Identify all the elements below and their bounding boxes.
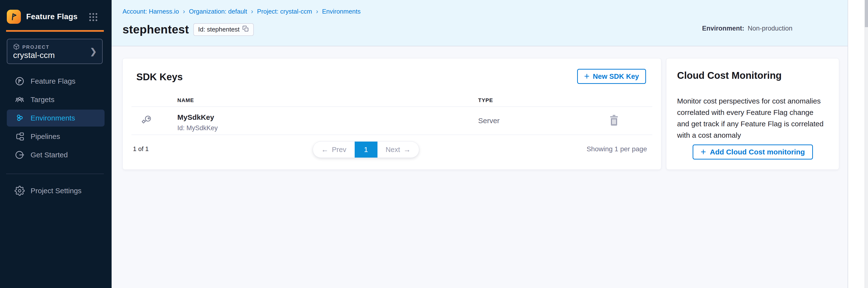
page-title: stephentest (123, 23, 189, 36)
scrollbar-track[interactable] (865, 0, 868, 288)
pagination-pill: ← Prev 1 Next → (313, 141, 419, 158)
sidebar-item-get-started[interactable]: Get Started (7, 147, 104, 163)
sidebar-item-label: Get Started (31, 151, 68, 159)
chevron-right-icon: › (251, 8, 253, 15)
pagination-per-page: Showing 1 per page (587, 145, 647, 153)
sidebar-item-label: Environments (31, 114, 75, 122)
people-icon (14, 95, 25, 105)
breadcrumb-organization[interactable]: Organization: default (189, 8, 247, 15)
hexagons-icon (14, 113, 25, 123)
sidebar-item-pipelines[interactable]: Pipelines (7, 128, 104, 145)
sdk-key-type: Server (478, 117, 499, 125)
project-selector[interactable]: PROJECT crystal-ccm ❯ (7, 39, 103, 64)
app-switcher-grid-icon[interactable] (89, 13, 97, 21)
sidebar-item-label: Targets (31, 96, 54, 104)
sdk-key-name: MySdkKey (177, 113, 214, 122)
breadcrumb: Account: Harness.io › Organization: defa… (123, 8, 361, 15)
environment-type-label: Environment: (702, 25, 744, 32)
sidebar-item-project-settings[interactable]: Project Settings (7, 182, 104, 199)
chevron-right-icon: › (316, 8, 318, 15)
add-cloud-cost-label: Add Cloud Cost monitoring (710, 148, 805, 156)
cube-icon (13, 43, 20, 51)
sidebar-item-label: Pipelines (31, 132, 60, 140)
new-sdk-key-label: New SDK Key (593, 72, 639, 81)
add-cloud-cost-monitoring-button[interactable]: + Add Cloud Cost monitoring (692, 145, 813, 160)
column-header-name: NAME (177, 97, 194, 103)
pagination-next-button[interactable]: Next → (377, 141, 419, 158)
environment-type-value: Non-production (748, 25, 793, 32)
page-header: Account: Harness.io › Organization: defa… (112, 0, 848, 46)
row-divider (131, 106, 652, 107)
sidebar-item-targets[interactable]: Targets (7, 91, 104, 108)
breadcrumb-environments[interactable]: Environments (322, 8, 361, 15)
column-header-type: TYPE (478, 97, 493, 103)
sidebar-item-label: Project Settings (31, 187, 82, 195)
row-divider (131, 134, 652, 135)
chevron-right-icon: › (183, 8, 185, 15)
sidebar-item-feature-flags[interactable]: Feature Flags (7, 73, 104, 90)
feature-flags-logo-icon (7, 10, 21, 24)
delete-sdk-key-button[interactable] (609, 114, 620, 126)
environment-id-chip[interactable]: Id: stephentest (193, 23, 254, 36)
right-rail (848, 0, 868, 288)
plus-icon: + (701, 147, 706, 156)
sdk-key-id: Id: MySdkKey (177, 124, 218, 132)
cloud-cost-description: Monitor cost perspectives for cost anoma… (677, 95, 826, 141)
project-selector-value: crystal-ccm (13, 51, 55, 60)
copy-icon[interactable] (242, 26, 249, 34)
environment-id-text: Id: stephentest (198, 26, 240, 33)
sidebar-item-environments[interactable]: Environments (7, 109, 104, 127)
pagination-prev-button[interactable]: ← Prev (313, 141, 355, 158)
app-window: Feature Flags PROJECT crystal-ccm ❯ (0, 0, 868, 288)
get-started-icon (14, 150, 25, 160)
pagination-prev-label: Prev (332, 146, 346, 154)
project-selector-label: PROJECT (22, 44, 50, 50)
module-accent-divider (6, 30, 104, 32)
sdk-keys-card: SDK Keys + New SDK Key NAME TYPE (123, 58, 661, 170)
arrow-left-icon: ← (321, 146, 329, 154)
flag-circle-icon (14, 76, 25, 86)
new-sdk-key-button[interactable]: + New SDK Key (577, 69, 646, 84)
chevron-right-icon: ❯ (90, 46, 97, 56)
key-icon (141, 115, 152, 126)
scrollbar-thumb[interactable] (865, 0, 868, 27)
pipelines-icon (14, 131, 25, 141)
pagination-page-1-button[interactable]: 1 (355, 141, 377, 158)
cloud-cost-monitoring-card: Cloud Cost Monitoring Monitor cost persp… (666, 58, 839, 170)
breadcrumb-project[interactable]: Project: crystal-ccm (257, 8, 312, 15)
sdk-keys-title: SDK Keys (136, 71, 183, 83)
pagination-summary: 1 of 1 (133, 145, 149, 153)
environment-type: Environment: Non-production (702, 25, 793, 32)
pagination-next-label: Next (385, 146, 400, 154)
cloud-cost-title: Cloud Cost Monitoring (677, 70, 782, 81)
sidebar: Feature Flags PROJECT crystal-ccm ❯ (0, 0, 112, 288)
app-title: Feature Flags (26, 12, 78, 21)
sidebar-item-label: Feature Flags (31, 77, 75, 85)
plus-icon: + (584, 71, 589, 81)
gear-icon (14, 186, 25, 196)
arrow-right-icon: → (403, 146, 411, 154)
sidebar-menu: Feature Flags Targets (7, 73, 104, 163)
breadcrumb-account[interactable]: Account: Harness.io (123, 8, 179, 15)
sidebar-divider (6, 173, 104, 174)
main-content: SDK Keys + New SDK Key NAME TYPE (112, 46, 848, 288)
